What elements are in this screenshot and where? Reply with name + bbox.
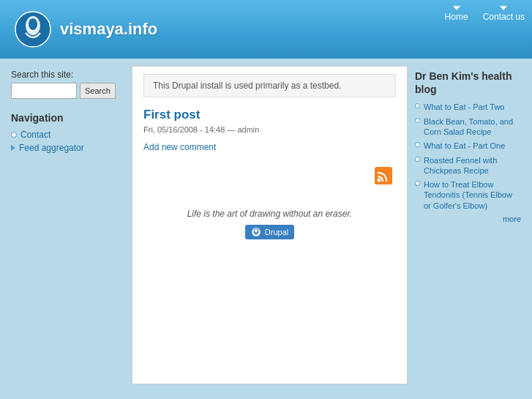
list-item: How to Treat Elbow Tendonitis (Tennis El… — [415, 179, 521, 211]
header-navigation: Home Contact us — [445, 6, 525, 22]
footer-quote: Life is the art of drawing without an er… — [143, 209, 396, 219]
rss-icon-area — [143, 167, 396, 187]
nav-bullet-icon — [11, 132, 17, 138]
blog-link[interactable]: What to Eat - Part Two — [424, 102, 504, 112]
blog-list: What to Eat - Part Two Black Bean, Tomat… — [415, 102, 521, 211]
navigation-title: Navigation — [11, 112, 124, 124]
blog-bullet-icon — [415, 157, 420, 162]
list-item: What to Eat - Part Two — [415, 102, 521, 112]
drupal-badge-icon — [251, 227, 261, 237]
search-form: Search — [11, 83, 124, 99]
add-comment-link[interactable]: Add new comment — [143, 142, 216, 152]
rss-icon[interactable] — [375, 167, 392, 184]
blog-link[interactable]: What to Eat - Part One — [424, 141, 505, 151]
search-input[interactable] — [11, 83, 77, 99]
nav-list: Contact Feed aggregator — [11, 130, 124, 153]
home-nav-link[interactable]: Home — [445, 6, 468, 22]
blog-link[interactable]: Roasted Fennel with Chickpeas Recipe — [424, 155, 521, 176]
svg-point-4 — [378, 179, 381, 182]
more-link[interactable]: more — [415, 215, 521, 223]
blog-bullet-icon — [415, 142, 420, 147]
blog-bullet-icon — [415, 118, 420, 123]
sidebar-left: Search this site: Search Navigation Cont… — [11, 66, 124, 384]
svg-rect-3 — [375, 167, 392, 184]
nav-arrow-icon — [11, 145, 15, 151]
right-blog-title: Dr Ben Kim's health blog — [415, 70, 521, 96]
site-title: vismaya.info — [60, 20, 157, 39]
testbed-notice: This Drupal install is used primarily as… — [143, 74, 396, 97]
page-wrapper: Search this site: Search Navigation Cont… — [0, 59, 532, 399]
site-header: vismaya.info Home Contact us — [0, 0, 532, 59]
drupal-badge: Drupal — [245, 225, 294, 239]
blog-bullet-icon — [415, 103, 420, 108]
first-post-title[interactable]: First post — [143, 108, 396, 122]
list-item: Roasted Fennel with Chickpeas Recipe — [415, 155, 521, 176]
post-meta: Fri, 05/16/2008 - 14:48 — admin — [143, 125, 396, 134]
main-content: This Drupal install is used primarily as… — [132, 66, 408, 384]
svg-point-2 — [29, 18, 37, 30]
blog-link[interactable]: Black Bean, Tomato, and Corn Salad Recip… — [424, 116, 521, 138]
navigation-block: Navigation Contact Feed aggregator — [11, 112, 124, 153]
contact-arrow-icon — [500, 6, 507, 10]
list-item: Black Bean, Tomato, and Corn Salad Recip… — [415, 116, 521, 138]
blog-bullet-icon — [415, 181, 420, 186]
feed-aggregator-link[interactable]: Feed aggregator — [19, 143, 84, 153]
sidebar-right: Dr Ben Kim's health blog What to Eat - P… — [415, 66, 521, 384]
drupal-logo-icon — [15, 11, 51, 48]
search-button[interactable]: Search — [80, 83, 116, 99]
list-item: Contact — [11, 130, 124, 140]
list-item: Feed aggregator — [11, 143, 124, 153]
logo-area: vismaya.info — [0, 11, 157, 48]
powered-by-area: Drupal — [143, 225, 396, 239]
list-item: What to Eat - Part One — [415, 141, 521, 151]
blog-link[interactable]: How to Treat Elbow Tendonitis (Tennis El… — [424, 179, 521, 211]
home-arrow-icon — [453, 6, 460, 10]
svg-point-7 — [255, 229, 258, 233]
drupal-badge-label: Drupal — [265, 228, 288, 236]
contact-link[interactable]: Contact — [20, 130, 50, 140]
search-block: Search this site: Search — [11, 70, 124, 99]
search-label: Search this site: — [11, 70, 124, 80]
contact-nav-link[interactable]: Contact us — [483, 6, 525, 22]
